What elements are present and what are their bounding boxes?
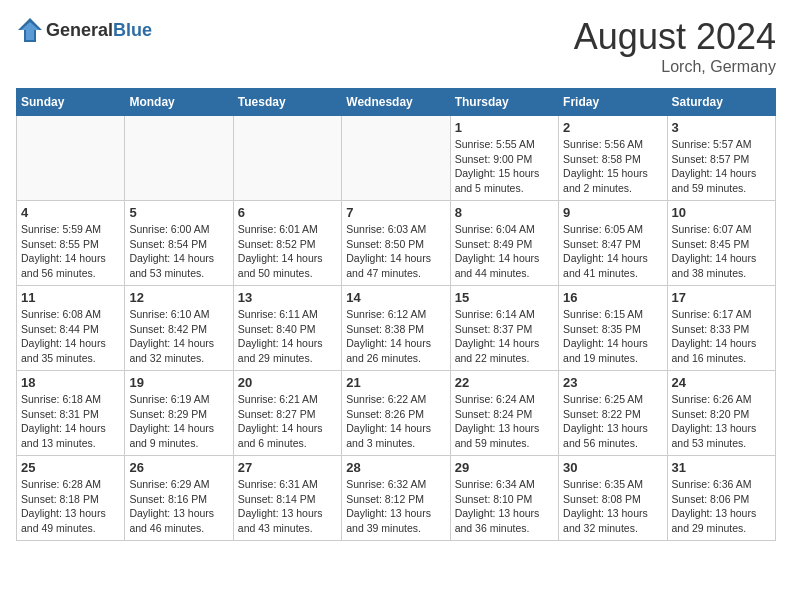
day-number: 11 <box>21 290 120 305</box>
logo-blue: Blue <box>113 20 152 40</box>
day-cell: 19Sunrise: 6:19 AMSunset: 8:29 PMDayligh… <box>125 371 233 456</box>
day-cell: 30Sunrise: 6:35 AMSunset: 8:08 PMDayligh… <box>559 456 667 541</box>
day-cell: 18Sunrise: 6:18 AMSunset: 8:31 PMDayligh… <box>17 371 125 456</box>
day-info: Sunrise: 6:10 AMSunset: 8:42 PMDaylight:… <box>129 307 228 366</box>
day-info: Sunrise: 6:31 AMSunset: 8:14 PMDaylight:… <box>238 477 337 536</box>
day-info: Sunrise: 6:29 AMSunset: 8:16 PMDaylight:… <box>129 477 228 536</box>
day-cell: 12Sunrise: 6:10 AMSunset: 8:42 PMDayligh… <box>125 286 233 371</box>
day-info: Sunrise: 5:55 AMSunset: 9:00 PMDaylight:… <box>455 137 554 196</box>
day-cell: 16Sunrise: 6:15 AMSunset: 8:35 PMDayligh… <box>559 286 667 371</box>
day-number: 5 <box>129 205 228 220</box>
day-cell: 11Sunrise: 6:08 AMSunset: 8:44 PMDayligh… <box>17 286 125 371</box>
day-number: 8 <box>455 205 554 220</box>
day-cell: 2Sunrise: 5:56 AMSunset: 8:58 PMDaylight… <box>559 116 667 201</box>
week-row-5: 25Sunrise: 6:28 AMSunset: 8:18 PMDayligh… <box>17 456 776 541</box>
weekday-header-wednesday: Wednesday <box>342 89 450 116</box>
day-cell: 9Sunrise: 6:05 AMSunset: 8:47 PMDaylight… <box>559 201 667 286</box>
day-number: 13 <box>238 290 337 305</box>
day-number: 31 <box>672 460 771 475</box>
day-cell: 20Sunrise: 6:21 AMSunset: 8:27 PMDayligh… <box>233 371 341 456</box>
week-row-2: 4Sunrise: 5:59 AMSunset: 8:55 PMDaylight… <box>17 201 776 286</box>
day-cell: 26Sunrise: 6:29 AMSunset: 8:16 PMDayligh… <box>125 456 233 541</box>
day-info: Sunrise: 5:57 AMSunset: 8:57 PMDaylight:… <box>672 137 771 196</box>
logo-icon <box>16 16 44 44</box>
day-number: 29 <box>455 460 554 475</box>
day-cell: 28Sunrise: 6:32 AMSunset: 8:12 PMDayligh… <box>342 456 450 541</box>
weekday-header-sunday: Sunday <box>17 89 125 116</box>
logo-general: General <box>46 20 113 40</box>
day-cell: 27Sunrise: 6:31 AMSunset: 8:14 PMDayligh… <box>233 456 341 541</box>
day-number: 18 <box>21 375 120 390</box>
page-header: GeneralBlue August 2024 Lorch, Germany <box>16 16 776 76</box>
day-number: 21 <box>346 375 445 390</box>
day-number: 27 <box>238 460 337 475</box>
day-info: Sunrise: 5:59 AMSunset: 8:55 PMDaylight:… <box>21 222 120 281</box>
day-info: Sunrise: 6:17 AMSunset: 8:33 PMDaylight:… <box>672 307 771 366</box>
day-cell: 17Sunrise: 6:17 AMSunset: 8:33 PMDayligh… <box>667 286 775 371</box>
day-info: Sunrise: 6:00 AMSunset: 8:54 PMDaylight:… <box>129 222 228 281</box>
day-number: 24 <box>672 375 771 390</box>
day-info: Sunrise: 6:05 AMSunset: 8:47 PMDaylight:… <box>563 222 662 281</box>
day-number: 10 <box>672 205 771 220</box>
weekday-header-saturday: Saturday <box>667 89 775 116</box>
weekday-header-monday: Monday <box>125 89 233 116</box>
day-cell: 31Sunrise: 6:36 AMSunset: 8:06 PMDayligh… <box>667 456 775 541</box>
title-block: August 2024 Lorch, Germany <box>574 16 776 76</box>
day-cell: 3Sunrise: 5:57 AMSunset: 8:57 PMDaylight… <box>667 116 775 201</box>
day-number: 30 <box>563 460 662 475</box>
day-info: Sunrise: 6:36 AMSunset: 8:06 PMDaylight:… <box>672 477 771 536</box>
day-cell <box>233 116 341 201</box>
location-title: Lorch, Germany <box>574 58 776 76</box>
day-number: 2 <box>563 120 662 135</box>
day-info: Sunrise: 6:04 AMSunset: 8:49 PMDaylight:… <box>455 222 554 281</box>
day-info: Sunrise: 6:15 AMSunset: 8:35 PMDaylight:… <box>563 307 662 366</box>
day-info: Sunrise: 6:01 AMSunset: 8:52 PMDaylight:… <box>238 222 337 281</box>
day-info: Sunrise: 6:21 AMSunset: 8:27 PMDaylight:… <box>238 392 337 451</box>
day-info: Sunrise: 6:19 AMSunset: 8:29 PMDaylight:… <box>129 392 228 451</box>
day-cell: 7Sunrise: 6:03 AMSunset: 8:50 PMDaylight… <box>342 201 450 286</box>
day-number: 20 <box>238 375 337 390</box>
day-info: Sunrise: 6:25 AMSunset: 8:22 PMDaylight:… <box>563 392 662 451</box>
day-cell: 13Sunrise: 6:11 AMSunset: 8:40 PMDayligh… <box>233 286 341 371</box>
day-number: 23 <box>563 375 662 390</box>
day-number: 12 <box>129 290 228 305</box>
day-info: Sunrise: 6:14 AMSunset: 8:37 PMDaylight:… <box>455 307 554 366</box>
month-title: August 2024 <box>574 16 776 58</box>
day-cell: 10Sunrise: 6:07 AMSunset: 8:45 PMDayligh… <box>667 201 775 286</box>
day-info: Sunrise: 6:34 AMSunset: 8:10 PMDaylight:… <box>455 477 554 536</box>
day-number: 6 <box>238 205 337 220</box>
day-info: Sunrise: 6:12 AMSunset: 8:38 PMDaylight:… <box>346 307 445 366</box>
day-cell: 21Sunrise: 6:22 AMSunset: 8:26 PMDayligh… <box>342 371 450 456</box>
day-info: Sunrise: 6:03 AMSunset: 8:50 PMDaylight:… <box>346 222 445 281</box>
day-number: 15 <box>455 290 554 305</box>
day-number: 1 <box>455 120 554 135</box>
logo: GeneralBlue <box>16 16 152 44</box>
day-info: Sunrise: 6:11 AMSunset: 8:40 PMDaylight:… <box>238 307 337 366</box>
day-info: Sunrise: 5:56 AMSunset: 8:58 PMDaylight:… <box>563 137 662 196</box>
day-cell: 1Sunrise: 5:55 AMSunset: 9:00 PMDaylight… <box>450 116 558 201</box>
day-info: Sunrise: 6:32 AMSunset: 8:12 PMDaylight:… <box>346 477 445 536</box>
day-cell: 5Sunrise: 6:00 AMSunset: 8:54 PMDaylight… <box>125 201 233 286</box>
day-cell: 8Sunrise: 6:04 AMSunset: 8:49 PMDaylight… <box>450 201 558 286</box>
day-info: Sunrise: 6:18 AMSunset: 8:31 PMDaylight:… <box>21 392 120 451</box>
day-cell: 22Sunrise: 6:24 AMSunset: 8:24 PMDayligh… <box>450 371 558 456</box>
weekday-header-row: SundayMondayTuesdayWednesdayThursdayFrid… <box>17 89 776 116</box>
day-number: 17 <box>672 290 771 305</box>
day-number: 25 <box>21 460 120 475</box>
week-row-4: 18Sunrise: 6:18 AMSunset: 8:31 PMDayligh… <box>17 371 776 456</box>
day-cell <box>342 116 450 201</box>
week-row-1: 1Sunrise: 5:55 AMSunset: 9:00 PMDaylight… <box>17 116 776 201</box>
day-number: 9 <box>563 205 662 220</box>
day-cell: 23Sunrise: 6:25 AMSunset: 8:22 PMDayligh… <box>559 371 667 456</box>
day-cell <box>17 116 125 201</box>
day-number: 4 <box>21 205 120 220</box>
day-cell: 14Sunrise: 6:12 AMSunset: 8:38 PMDayligh… <box>342 286 450 371</box>
day-cell <box>125 116 233 201</box>
day-number: 28 <box>346 460 445 475</box>
day-info: Sunrise: 6:26 AMSunset: 8:20 PMDaylight:… <box>672 392 771 451</box>
day-cell: 6Sunrise: 6:01 AMSunset: 8:52 PMDaylight… <box>233 201 341 286</box>
day-number: 19 <box>129 375 228 390</box>
calendar-table: SundayMondayTuesdayWednesdayThursdayFrid… <box>16 88 776 541</box>
day-number: 3 <box>672 120 771 135</box>
day-number: 16 <box>563 290 662 305</box>
